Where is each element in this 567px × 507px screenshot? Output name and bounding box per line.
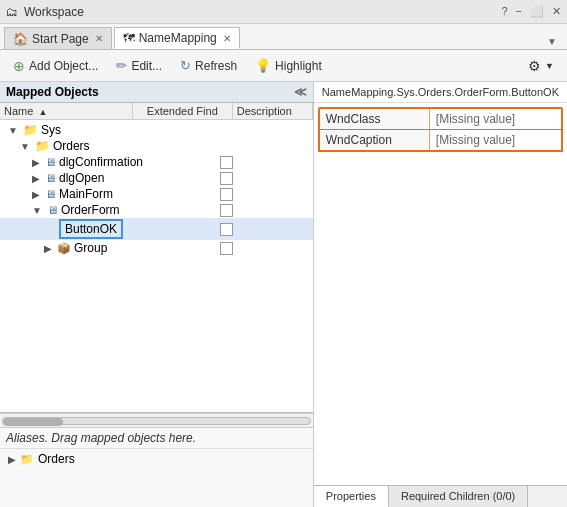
title-text: Workspace [24, 5, 84, 19]
dlgopen-checkbox[interactable] [220, 172, 233, 185]
properties-grid: WndClass [Missing value] WndCaption [Mis… [314, 103, 567, 485]
group-icon: 📦 [57, 242, 71, 255]
add-icon: ⊕ [13, 58, 25, 74]
aliases-panel: Aliases. Drag mapped objects here. ▶ 📁 O… [0, 427, 313, 507]
col-name: Name ▲ [0, 103, 133, 119]
minimize-button[interactable]: − [516, 5, 522, 18]
orders-icon: 📁 [35, 139, 50, 153]
buttonok-text: ButtonOK [59, 219, 123, 239]
help-button[interactable]: ? [501, 5, 507, 18]
sort-icon: ▲ [38, 107, 47, 117]
orderform-text: OrderForm [61, 203, 120, 217]
refresh-icon: ↻ [180, 58, 191, 73]
tree-columns: Name ▲ Extended Find Description [0, 103, 313, 120]
prop-value-wndcaption: [Missing value] [430, 130, 561, 150]
tab-namemapping-label: NameMapping [139, 31, 217, 45]
highlight-icon: 💡 [255, 58, 271, 73]
group-label: ▶ 📦 Group [44, 241, 216, 255]
tree-item-orders[interactable]: ▼ 📁 Orders [0, 138, 313, 154]
maximize-button[interactable]: ⬜ [530, 5, 544, 18]
tab-start-icon: 🏠 [13, 32, 28, 46]
col-extended-find: Extended Find [133, 103, 233, 119]
mainform-text: MainForm [59, 187, 113, 201]
app-icon: 🗂 [6, 5, 18, 19]
dlgconfirmation-text: dlgConfirmation [59, 155, 143, 169]
prop-row-wndcaption: WndCaption [Missing value] [318, 129, 563, 152]
dlgopen-icon: 🖥 [45, 172, 56, 184]
dlgconfirmation-label: ▶ 🖥 dlgConfirmation [32, 155, 216, 169]
sys-text: Sys [41, 123, 61, 137]
horizontal-scrollbar[interactable] [0, 413, 313, 427]
add-object-label: Add Object... [29, 59, 98, 73]
collapse-icon[interactable]: ≪ [294, 85, 307, 99]
tab-dropdown-arrow[interactable]: ▼ [541, 34, 563, 49]
aliases-header: Aliases. Drag mapped objects here. [0, 428, 313, 449]
dlgopen-label: ▶ 🖥 dlgOpen [32, 171, 216, 185]
mainform-label: ▶ 🖥 MainForm [32, 187, 216, 201]
toolbar: ⊕ Add Object... ✏ Edit... ↻ Refresh 💡 Hi… [0, 50, 567, 82]
buttonok-label: ButtonOK [44, 219, 216, 239]
tab-start-close[interactable]: ✕ [95, 33, 103, 44]
highlight-label: Highlight [275, 59, 322, 73]
sys-arrow: ▼ [8, 125, 18, 136]
right-panel: NameMapping.Sys.Orders.OrderForm.ButtonO… [314, 82, 567, 507]
right-path: NameMapping.Sys.Orders.OrderForm.ButtonO… [314, 82, 567, 103]
close-button[interactable]: ✕ [552, 5, 561, 18]
scrollbar-track [2, 417, 311, 425]
tree-item-dlgconfirmation[interactable]: ▶ 🖥 dlgConfirmation [0, 154, 313, 170]
title-bar: 🗂 Workspace ? − ⬜ ✕ [0, 0, 567, 24]
edit-icon: ✏ [116, 58, 127, 73]
group-checkbox[interactable] [220, 242, 233, 255]
tab-namemapping-icon: 🗺 [123, 31, 135, 45]
right-bottom-tabs: Properties Required Children (0/0) [314, 485, 567, 507]
orderform-label: ▼ 🖥 OrderForm [32, 203, 216, 217]
dlgopen-text: dlgOpen [59, 171, 104, 185]
main-content: Mapped Objects ≪ Name ▲ Extended Find De… [0, 82, 567, 507]
edit-label: Edit... [131, 59, 162, 73]
prop-name-wndclass: WndClass [320, 109, 430, 129]
left-panel: Mapped Objects ≪ Name ▲ Extended Find De… [0, 82, 314, 507]
prop-value-wndclass: [Missing value] [430, 109, 561, 129]
tree-item-sys[interactable]: ▼ 📁 Sys [0, 122, 313, 138]
tree-item-orderform[interactable]: ▼ 🖥 OrderForm [0, 202, 313, 218]
tab-properties[interactable]: Properties [314, 486, 389, 507]
orderform-arrow: ▼ [32, 205, 42, 216]
aliases-orders-icon: 📁 [20, 453, 34, 466]
group-text: Group [74, 241, 107, 255]
tab-required-children[interactable]: Required Children (0/0) [389, 486, 528, 507]
tab-name-mapping[interactable]: 🗺 NameMapping ✕ [114, 27, 240, 49]
orders-arrow: ▼ [20, 141, 30, 152]
orderform-icon: 🖥 [47, 204, 58, 216]
orderform-checkbox[interactable] [220, 204, 233, 217]
dlgconfirmation-checkbox[interactable] [220, 156, 233, 169]
tree-item-mainform[interactable]: ▶ 🖥 MainForm [0, 186, 313, 202]
aliases-item-orders[interactable]: ▶ 📁 Orders [0, 449, 313, 469]
refresh-button[interactable]: ↻ Refresh [173, 55, 244, 76]
toolbar-right: ⚙ ▼ [521, 55, 561, 77]
sys-icon: 📁 [23, 123, 38, 137]
mainform-checkbox[interactable] [220, 188, 233, 201]
tab-namemapping-close[interactable]: ✕ [223, 33, 231, 44]
highlight-button[interactable]: 💡 Highlight [248, 55, 329, 76]
tree-area[interactable]: Name ▲ Extended Find Description ▼ 📁 Sys [0, 103, 313, 413]
tree-item-dlgopen[interactable]: ▶ 🖥 dlgOpen [0, 170, 313, 186]
aliases-orders-arrow: ▶ [8, 454, 16, 465]
gear-button[interactable]: ⚙ ▼ [521, 55, 561, 77]
tab-start-page[interactable]: 🏠 Start Page ✕ [4, 27, 112, 49]
mainform-arrow: ▶ [32, 189, 40, 200]
dlgconfirmation-arrow: ▶ [32, 157, 40, 168]
title-bar-left: 🗂 Workspace [6, 5, 84, 19]
group-arrow: ▶ [44, 243, 52, 254]
edit-button[interactable]: ✏ Edit... [109, 55, 169, 76]
prop-row-wndclass: WndClass [Missing value] [318, 107, 563, 130]
col-description: Description [233, 103, 313, 119]
tree-item-buttonok[interactable]: ButtonOK [0, 218, 313, 240]
mainform-icon: 🖥 [45, 188, 56, 200]
tab-bar: 🏠 Start Page ✕ 🗺 NameMapping ✕ ▼ [0, 24, 567, 50]
prop-name-wndcaption: WndCaption [320, 130, 430, 150]
gear-icon: ⚙ [528, 58, 541, 74]
buttonok-checkbox[interactable] [220, 223, 233, 236]
add-object-button[interactable]: ⊕ Add Object... [6, 55, 105, 77]
tree-item-group[interactable]: ▶ 📦 Group [0, 240, 313, 256]
panel-header-icons: ≪ [294, 85, 307, 99]
